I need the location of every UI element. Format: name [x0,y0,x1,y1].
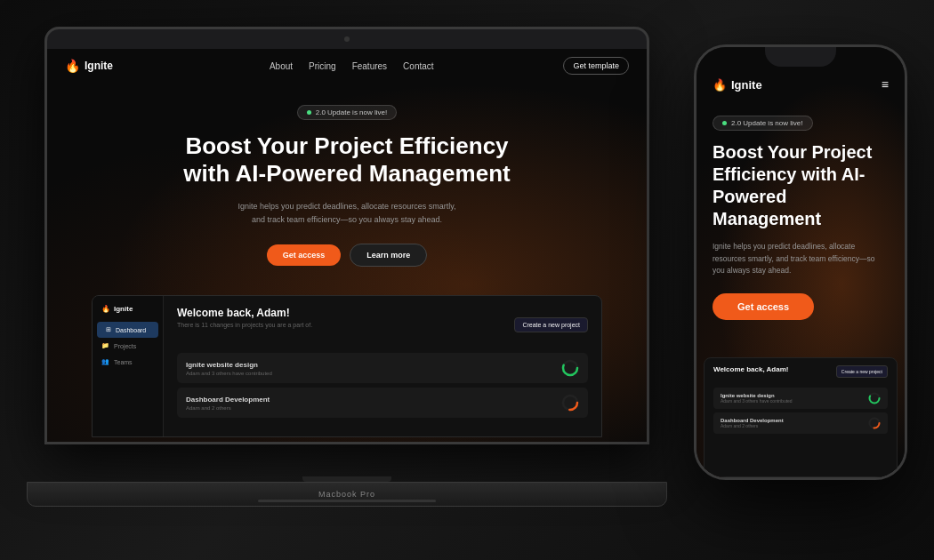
sidebar-item-dashboard[interactable]: ⊞ Dashboard [97,322,158,338]
phone-progress-ring-1 [868,392,881,404]
dash-flame-icon: 🔥 [101,305,110,313]
project-name-1: Ignite website design [186,361,272,369]
phone-project-meta-1: Adam and 3 others have contributed [721,398,793,404]
project-meta-2: Adam and 2 others [186,405,270,411]
phone-progress-ring-2 [868,417,881,429]
laptop-hero-buttons: Get access Learn more [267,244,428,267]
nav-link-features[interactable]: Features [352,61,387,71]
progress-ring-1 [561,359,579,377]
laptop-foot-bar [258,500,436,502]
projects-nav-label: Projects [114,343,136,349]
laptop-label: Macbook Pro [318,490,375,499]
hamburger-icon[interactable]: ≡ [882,77,889,92]
laptop-device: 🔥 Ignite About Pricing Features Contact … [44,27,649,507]
laptop-screen-content: 🔥 Ignite About Pricing Features Contact … [47,49,647,442]
phone-flame-icon: 🔥 [713,78,727,92]
laptop-update-badge: 2.0 Update is now live! [297,105,398,120]
laptop-base: Macbook Pro [27,482,667,507]
laptop-dashboard-mockup: 🔥 Ignite ⊞ Dashboard 📁 Projects 👥 [92,295,602,437]
folder-icon: 📁 [101,342,109,349]
nav-link-contact[interactable]: Contact [403,61,433,71]
sidebar-item-projects[interactable]: 📁 Projects [93,338,163,354]
laptop-badge-text: 2.0 Update is now live! [316,108,388,116]
laptop-camera [344,36,350,42]
laptop-hero-title: Boost Your Project Efficiency with AI-Po… [183,132,510,188]
team-icon: 👥 [101,358,109,365]
get-access-button[interactable]: Get access [267,244,342,266]
project-name-2: Dashboard Development [186,396,270,404]
phone-update-badge: 2.0 Update is now live! [713,116,813,131]
dashboard-main: Welcome back, Adam! There is 11 changes … [164,296,601,436]
learn-more-button[interactable]: Learn more [350,244,427,267]
sidebar-item-teams[interactable]: 👥 Teams [93,354,163,370]
badge-dot [307,110,311,115]
flame-icon: 🔥 [65,59,80,73]
laptop-logo: 🔥 Ignite [65,59,113,73]
scene: 🔥 Ignite About Pricing Features Contact … [0,0,934,560]
project-info-2: Dashboard Development Adam and 2 others [186,396,270,411]
phone-badge-text: 2.0 Update is now live! [731,119,803,127]
laptop-navbar: 🔥 Ignite About Pricing Features Contact … [47,49,647,83]
project-row-1[interactable]: Ignite website design Adam and 3 others … [177,353,588,383]
project-row-2[interactable]: Dashboard Development Adam and 2 others [177,388,588,418]
phone-badge-dot [722,121,727,125]
dashboard-logo: 🔥 Ignite [93,305,163,322]
phone-logo: 🔥 Ignite [713,78,762,92]
laptop-screen-bezel: 🔥 Ignite About Pricing Features Contact … [44,27,649,444]
laptop-hero-subtitle: Ignite helps you predict deadlines, allo… [231,200,463,226]
laptop-camera-bar [47,29,647,49]
project-info-1: Ignite website design Adam and 3 others … [186,361,272,376]
phone-notch [765,47,836,67]
teams-nav-label: Teams [114,359,133,365]
create-project-button[interactable]: Create a new project [514,317,588,332]
dash-brand: Ignite [114,305,133,313]
phone-dashboard-mockup: Welcome back, Adam! Create a new project… [704,357,898,477]
phone-project-row-1[interactable]: Ignite website design Adam and 3 others … [713,388,888,409]
phone-project-row-2[interactable]: Dashboard Development Adam and 2 others [713,412,888,434]
hero-title-line1: Boost Your Project Efficiency [185,132,508,159]
phone-get-access-button[interactable]: Get access [713,293,814,320]
dashboard-nav-label: Dashboard [116,327,146,333]
phone-device: 🔥 Ignite ≡ 2.0 Update is now live! Boost… [694,44,907,480]
phone-project-info-1: Ignite website design Adam and 3 others … [721,393,793,404]
nav-link-pricing[interactable]: Pricing [309,61,336,71]
phone-project-meta-2: Adam and 2 others [721,423,784,428]
grid-icon: ⊞ [106,326,111,333]
phone-navbar: 🔥 Ignite ≡ [696,67,905,102]
hero-title-line2: with AI-Powered Management [183,160,510,187]
phone-brand-name: Ignite [731,78,762,92]
nav-link-about[interactable]: About [270,61,293,71]
laptop-nav-links: About Pricing Features Contact [140,61,563,71]
phone-hero-title: Boost Your Project Efficiency with AI-Po… [713,141,889,230]
phone-hero: 2.0 Update is now live! Boost Your Proje… [696,102,905,343]
phone-hero-subtitle: Ignite helps you predict deadlines, allo… [713,241,889,277]
phone-project-info-2: Dashboard Development Adam and 2 others [721,418,784,428]
dashboard-sidebar: 🔥 Ignite ⊞ Dashboard 📁 Projects 👥 [93,296,164,436]
phone-create-btn[interactable]: Create a new project [836,365,888,378]
laptop-brand-name: Ignite [85,60,113,72]
get-template-button[interactable]: Get template [563,57,629,75]
project-meta-1: Adam and 3 others have contributed [186,371,272,376]
phone-screen: 🔥 Ignite ≡ 2.0 Update is now live! Boost… [696,47,905,477]
progress-ring-2 [561,394,579,412]
